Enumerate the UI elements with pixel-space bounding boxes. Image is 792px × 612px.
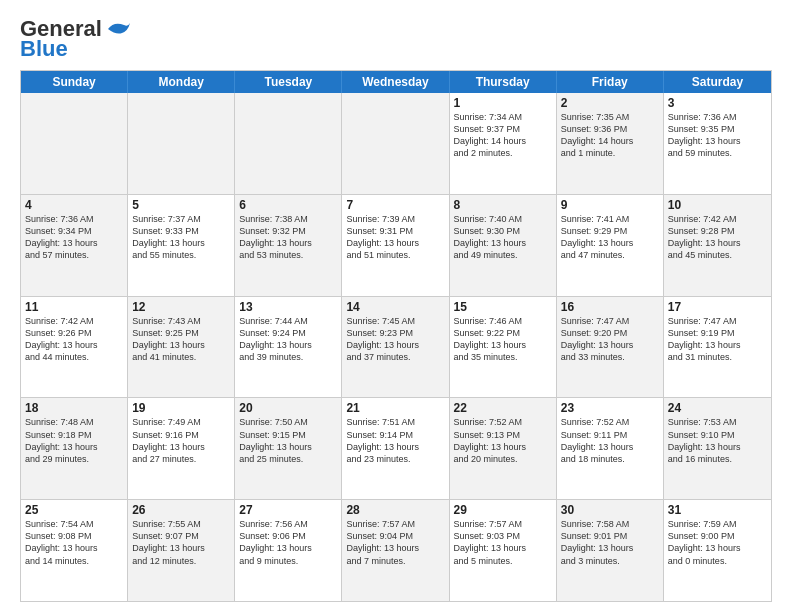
cell-info-line: and 51 minutes. <box>346 249 444 261</box>
cell-info-line: Sunrise: 7:59 AM <box>668 518 767 530</box>
cell-info-line: Sunrise: 7:42 AM <box>668 213 767 225</box>
day-cell-30: 30Sunrise: 7:58 AMSunset: 9:01 PMDayligh… <box>557 500 664 601</box>
cell-info-line: Daylight: 13 hours <box>132 542 230 554</box>
day-cell-1: 1Sunrise: 7:34 AMSunset: 9:37 PMDaylight… <box>450 93 557 194</box>
cell-info-line: Sunset: 9:16 PM <box>132 429 230 441</box>
calendar: SundayMondayTuesdayWednesdayThursdayFrid… <box>20 70 772 602</box>
cell-info-line: Sunrise: 7:51 AM <box>346 416 444 428</box>
cell-info-line: Daylight: 14 hours <box>454 135 552 147</box>
day-number: 8 <box>454 198 552 212</box>
day-cell-10: 10Sunrise: 7:42 AMSunset: 9:28 PMDayligh… <box>664 195 771 296</box>
day-header-friday: Friday <box>557 71 664 93</box>
week-row-2: 4Sunrise: 7:36 AMSunset: 9:34 PMDaylight… <box>21 195 771 297</box>
cell-info-line: Daylight: 13 hours <box>346 441 444 453</box>
day-cell-12: 12Sunrise: 7:43 AMSunset: 9:25 PMDayligh… <box>128 297 235 398</box>
day-cell-13: 13Sunrise: 7:44 AMSunset: 9:24 PMDayligh… <box>235 297 342 398</box>
cell-info-line: and 1 minute. <box>561 147 659 159</box>
day-cell-14: 14Sunrise: 7:45 AMSunset: 9:23 PMDayligh… <box>342 297 449 398</box>
cell-info-line: Sunset: 9:26 PM <box>25 327 123 339</box>
day-header-saturday: Saturday <box>664 71 771 93</box>
cell-info-line: Sunrise: 7:55 AM <box>132 518 230 530</box>
day-number: 30 <box>561 503 659 517</box>
day-number: 14 <box>346 300 444 314</box>
cell-info-line: Sunrise: 7:45 AM <box>346 315 444 327</box>
week-row-5: 25Sunrise: 7:54 AMSunset: 9:08 PMDayligh… <box>21 500 771 601</box>
cell-info-line: Sunrise: 7:52 AM <box>454 416 552 428</box>
cell-info-line: Sunrise: 7:57 AM <box>454 518 552 530</box>
day-header-sunday: Sunday <box>21 71 128 93</box>
cell-info-line: Daylight: 13 hours <box>239 339 337 351</box>
day-number: 18 <box>25 401 123 415</box>
day-cell-31: 31Sunrise: 7:59 AMSunset: 9:00 PMDayligh… <box>664 500 771 601</box>
cell-info-line: Sunrise: 7:49 AM <box>132 416 230 428</box>
day-cell-29: 29Sunrise: 7:57 AMSunset: 9:03 PMDayligh… <box>450 500 557 601</box>
calendar-body: 1Sunrise: 7:34 AMSunset: 9:37 PMDaylight… <box>21 93 771 601</box>
cell-info-line: and 18 minutes. <box>561 453 659 465</box>
day-number: 24 <box>668 401 767 415</box>
cell-info-line: Daylight: 13 hours <box>346 237 444 249</box>
cell-info-line: Daylight: 13 hours <box>132 339 230 351</box>
cell-info-line: Sunset: 9:04 PM <box>346 530 444 542</box>
cell-info-line: Daylight: 13 hours <box>668 542 767 554</box>
cell-info-line: Sunset: 9:03 PM <box>454 530 552 542</box>
day-cell-20: 20Sunrise: 7:50 AMSunset: 9:15 PMDayligh… <box>235 398 342 499</box>
day-cell-27: 27Sunrise: 7:56 AMSunset: 9:06 PMDayligh… <box>235 500 342 601</box>
cell-info-line: Sunrise: 7:39 AM <box>346 213 444 225</box>
day-cell-7: 7Sunrise: 7:39 AMSunset: 9:31 PMDaylight… <box>342 195 449 296</box>
week-row-3: 11Sunrise: 7:42 AMSunset: 9:26 PMDayligh… <box>21 297 771 399</box>
cell-info-line: Sunrise: 7:56 AM <box>239 518 337 530</box>
day-number: 9 <box>561 198 659 212</box>
cell-info-line: and 31 minutes. <box>668 351 767 363</box>
day-number: 1 <box>454 96 552 110</box>
cell-info-line: Sunrise: 7:47 AM <box>561 315 659 327</box>
day-header-wednesday: Wednesday <box>342 71 449 93</box>
empty-cell <box>21 93 128 194</box>
day-cell-8: 8Sunrise: 7:40 AMSunset: 9:30 PMDaylight… <box>450 195 557 296</box>
day-number: 28 <box>346 503 444 517</box>
day-number: 12 <box>132 300 230 314</box>
cell-info-line: Daylight: 13 hours <box>239 542 337 554</box>
day-cell-17: 17Sunrise: 7:47 AMSunset: 9:19 PMDayligh… <box>664 297 771 398</box>
cell-info-line: Sunset: 9:13 PM <box>454 429 552 441</box>
day-number: 22 <box>454 401 552 415</box>
cell-info-line: Sunset: 9:00 PM <box>668 530 767 542</box>
day-number: 25 <box>25 503 123 517</box>
cell-info-line: Sunrise: 7:53 AM <box>668 416 767 428</box>
cell-info-line: and 5 minutes. <box>454 555 552 567</box>
cell-info-line: Sunset: 9:31 PM <box>346 225 444 237</box>
day-number: 23 <box>561 401 659 415</box>
day-number: 3 <box>668 96 767 110</box>
cell-info-line: Sunrise: 7:48 AM <box>25 416 123 428</box>
cell-info-line: and 33 minutes. <box>561 351 659 363</box>
cell-info-line: Daylight: 13 hours <box>346 339 444 351</box>
day-cell-28: 28Sunrise: 7:57 AMSunset: 9:04 PMDayligh… <box>342 500 449 601</box>
cell-info-line: Daylight: 13 hours <box>454 339 552 351</box>
cell-info-line: Sunset: 9:34 PM <box>25 225 123 237</box>
day-number: 2 <box>561 96 659 110</box>
cell-info-line: Daylight: 13 hours <box>561 542 659 554</box>
cell-info-line: Sunset: 9:19 PM <box>668 327 767 339</box>
cell-info-line: Sunset: 9:35 PM <box>668 123 767 135</box>
cell-info-line: Sunrise: 7:46 AM <box>454 315 552 327</box>
day-number: 11 <box>25 300 123 314</box>
cell-info-line: and 9 minutes. <box>239 555 337 567</box>
cell-info-line: and 44 minutes. <box>25 351 123 363</box>
cell-info-line: Daylight: 13 hours <box>668 441 767 453</box>
logo: General Blue <box>20 16 132 62</box>
cell-info-line: and 27 minutes. <box>132 453 230 465</box>
cell-info-line: Sunset: 9:30 PM <box>454 225 552 237</box>
day-number: 5 <box>132 198 230 212</box>
header: General Blue <box>20 16 772 62</box>
day-cell-4: 4Sunrise: 7:36 AMSunset: 9:34 PMDaylight… <box>21 195 128 296</box>
empty-cell <box>342 93 449 194</box>
cell-info-line: Sunset: 9:10 PM <box>668 429 767 441</box>
cell-info-line: Daylight: 13 hours <box>239 237 337 249</box>
cell-info-line: and 49 minutes. <box>454 249 552 261</box>
day-number: 4 <box>25 198 123 212</box>
cell-info-line: Sunset: 9:07 PM <box>132 530 230 542</box>
day-cell-22: 22Sunrise: 7:52 AMSunset: 9:13 PMDayligh… <box>450 398 557 499</box>
cell-info-line: Daylight: 13 hours <box>561 441 659 453</box>
day-cell-19: 19Sunrise: 7:49 AMSunset: 9:16 PMDayligh… <box>128 398 235 499</box>
empty-cell <box>235 93 342 194</box>
cell-info-line: Sunset: 9:23 PM <box>346 327 444 339</box>
